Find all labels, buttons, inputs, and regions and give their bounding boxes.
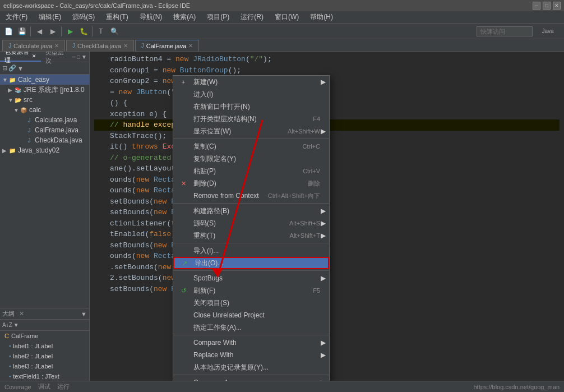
menu-window[interactable]: 窗口(W) [271, 11, 302, 23]
collapse-all-icon[interactable]: ⊟ [2, 64, 7, 72]
ctx-show-arrow: ▶ [321, 127, 326, 135]
ctx-open-type-hierarchy[interactable]: 打开类型层次结构(N) F4 [173, 113, 329, 125]
ctx-close-unrelated[interactable]: Close Unrelated Project [173, 309, 329, 321]
context-menu[interactable]: + 新建(W) ▶ 进入(I) 在新窗口中打开(N) 打开类型层次结构(N) F… [173, 75, 330, 381]
tab-close-calculate[interactable]: ✕ [54, 43, 59, 49]
close-button[interactable]: ✕ [553, 2, 561, 10]
ctx-assign-working[interactable]: 指定工作集(A)... [173, 321, 329, 334]
toolbar-search[interactable]: 🔍 [108, 25, 121, 38]
menu-file[interactable]: 文件(F) [2, 11, 31, 23]
tab-type-hierarchy[interactable]: 类型层次 [41, 52, 72, 62]
tab-close-checkdata[interactable]: ✕ [123, 43, 128, 49]
ctx-source-arrow: ▶ [321, 219, 326, 227]
outline-item-2[interactable]: ▪ label3 : JLabel [0, 361, 89, 371]
tree-item-calculate-java[interactable]: J Calculate.java [0, 115, 89, 125]
toolbar-perspectives[interactable]: Java [534, 25, 562, 38]
tree-item-calc-easy[interactable]: ▼ 📁 Calc_easy [0, 75, 89, 85]
menu-edit[interactable]: 编辑(E) [35, 11, 64, 23]
ctx-paste[interactable]: 粘贴(P) Ctrl+V [173, 165, 329, 177]
ctx-build-path[interactable]: 构建路径(B) ▶ [173, 205, 329, 217]
ctx-close-project[interactable]: 关闭项目(S) [173, 297, 329, 309]
outline-class-item[interactable]: C CalFrame [0, 331, 89, 341]
ctx-open-new-window[interactable]: 在新窗口中打开(N) [173, 100, 329, 113]
tab-calframe[interactable]: J CalFrame.java ✕ [135, 40, 200, 51]
java-icon-calframe: J [25, 126, 34, 135]
tree-arrow-src: ▼ [8, 97, 13, 103]
code-line-1: radioButton4 = new JRadioButton("/"); [94, 54, 560, 65]
menu-source[interactable]: 源码(S) [69, 11, 98, 23]
tab-close-calframe[interactable]: ✕ [188, 43, 193, 49]
ctx-export[interactable]: ↗ 导出(O)... [173, 257, 329, 269]
ctx-copy[interactable]: 复制(C) Ctrl+C [173, 140, 329, 153]
app-window: eclipse-workspace - Calc_easy/src/calc/C… [0, 0, 564, 392]
ctx-coverage[interactable]: Coverage As ▶ [173, 376, 329, 381]
toolbar-debug[interactable]: 🐛 [77, 25, 90, 38]
menu-search[interactable]: 搜索(A) [170, 11, 199, 23]
tree-item-calc-pkg[interactable]: ▼ 📦 calc [0, 105, 89, 115]
ctx-refresh-icon: ↺ [178, 287, 189, 294]
ctx-replace-with[interactable]: Replace With ▶ [173, 349, 329, 361]
tree-item-checkdata-java[interactable]: J CheckData.java [0, 135, 89, 145]
tree-item-java-study[interactable]: ▶ 📁 Java_study02 [0, 145, 89, 155]
panel-maximize[interactable]: □ [77, 54, 80, 60]
menu-navigate[interactable]: 导航(N) [136, 11, 166, 23]
ctx-show-in[interactable]: 显示位置(W) Alt+Shift+W ▶ [173, 125, 329, 137]
filter-icon[interactable]: ▼ [13, 322, 19, 328]
outline-item-1[interactable]: ▪ label2 : JLabel [0, 351, 89, 361]
quick-access-input[interactable] [477, 26, 533, 36]
panel-menu-icon[interactable]: ▼ [81, 54, 87, 60]
toolbar-fwd[interactable]: ▶ [47, 25, 59, 38]
toolbar-run[interactable]: ▶ [64, 25, 76, 38]
ctx-into[interactable]: 进入(I) [173, 88, 329, 100]
java-icon-calculate: J [25, 116, 34, 124]
ctx-export-icon: ↗ [179, 260, 190, 267]
ctx-source[interactable]: 源码(S) Alt+Shift+S ▶ [173, 217, 329, 229]
toolbar-sep-3 [92, 26, 93, 36]
editor-column: radioButton4 = new JRadioButton("/"); co… [90, 52, 564, 381]
sort-icon[interactable]: A↓Z [2, 322, 12, 328]
tab-package-explorer[interactable]: 包资源管理 ✕ [0, 52, 41, 62]
ctx-spotbugs[interactable]: SpotBugs ▶ [173, 272, 329, 284]
ctx-refresh[interactable]: ↺ 刷新(F) F5 [173, 284, 329, 297]
menu-run[interactable]: 运行(R) [237, 11, 267, 23]
ctx-import[interactable]: 导入(I)... [173, 245, 329, 257]
outline-header: 大纲 ✕ ▼ [0, 308, 89, 320]
ctx-sep-2 [173, 203, 329, 204]
menu-help[interactable]: 帮助(H) [307, 11, 336, 23]
ctx-remove-context[interactable]: Remove from Context Ctrl+Alt+Shift+向下 [173, 190, 329, 202]
ctx-delete[interactable]: ✕ 删除(D) 删除 [173, 177, 329, 190]
menu-project[interactable]: 项目(P) [204, 11, 233, 23]
tab-checkdata[interactable]: J CheckData.java ✕ [66, 40, 134, 51]
minimize-button[interactable]: ─ [533, 2, 540, 10]
ctx-build-arrow: ▶ [321, 207, 326, 215]
tree-item-src[interactable]: ▼ 📂 src [0, 95, 89, 105]
outline-item-3[interactable]: ▪ textField1 : JText [0, 371, 89, 381]
tree-toolbar: ⊟ 🔗 ▼ [0, 62, 89, 75]
tree-item-calframe-java[interactable]: J CalFrame.java [0, 125, 89, 135]
toolbar-back[interactable]: ◀ [33, 25, 45, 38]
toolbar-sep-2 [61, 26, 62, 36]
ctx-compare-with[interactable]: Compare With ▶ [173, 336, 329, 349]
ctx-copy-qualified[interactable]: 复制限定名(Y) [173, 153, 329, 165]
maximize-button[interactable]: □ [543, 2, 551, 10]
ctx-new[interactable]: + 新建(W) ▶ [173, 76, 329, 88]
menu-refactor[interactable]: 重构(T) [103, 11, 131, 23]
panel-minimize[interactable]: ─ [72, 54, 76, 60]
ctx-sep-1 [173, 139, 329, 139]
ctx-delete-icon: ✕ [178, 180, 189, 187]
view-menu-icon[interactable]: ▼ [17, 65, 24, 72]
toolbar-save[interactable]: 💾 [16, 25, 28, 38]
link-editor-icon[interactable]: 🔗 [8, 64, 16, 72]
outline-menu-icon[interactable]: ▼ [81, 311, 87, 317]
ctx-refactor[interactable]: 重构(T) Alt+Shift+T ▶ [173, 229, 329, 242]
tab-calculate[interactable]: J Calculate.java ✕ [2, 40, 65, 51]
ctx-coverage-arrow: ▶ [321, 379, 326, 381]
field-icon-3: ▪ [9, 373, 11, 379]
outline-item-0[interactable]: ▪ label1 : JLabel [0, 341, 89, 351]
menu-bar: 文件(F) 编辑(E) 源码(S) 重构(T) 导航(N) 搜索(A) 项目(P… [0, 11, 564, 24]
tree-item-jre[interactable]: ▶ 📚 JRE 系统库 [jre1.8.0 [0, 85, 89, 95]
ctx-restore-history[interactable]: 从本地历史记录复原(Y)... [173, 361, 329, 373]
toolbar-open-type[interactable]: T [95, 25, 107, 38]
toolbar-new[interactable]: 📄 [2, 25, 15, 38]
window-controls: ─ □ ✕ [533, 2, 561, 10]
